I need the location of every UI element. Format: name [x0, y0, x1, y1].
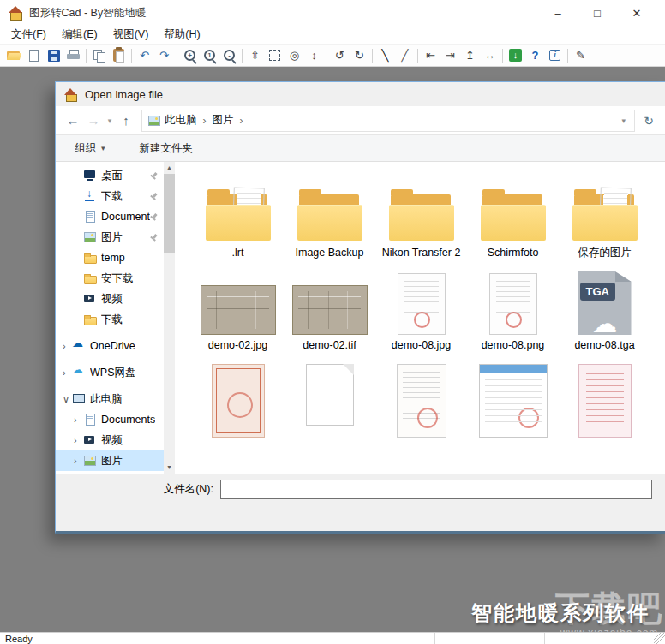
- forward-button[interactable]: →: [83, 113, 104, 128]
- new-folder-button[interactable]: 新建文件夹: [140, 141, 194, 156]
- refresh-button[interactable]: ↻: [638, 114, 659, 128]
- zoom-actual-button[interactable]: 1: [200, 46, 219, 64]
- file-item[interactable]: [559, 364, 650, 438]
- organize-button[interactable]: 组织 ▾: [75, 141, 105, 156]
- file-item[interactable]: demo-02.jpg: [192, 270, 284, 352]
- breadcrumb-item-2[interactable]: 图片: [209, 111, 237, 129]
- sidebar-item-1[interactable]: 桌面: [56, 165, 164, 186]
- crosshair-button[interactable]: ◎: [285, 46, 304, 64]
- menu-item-1[interactable]: 文件(F): [3, 26, 54, 44]
- close-button[interactable]: ✕: [617, 7, 656, 20]
- sidebar-item-6[interactable]: 安下载: [56, 268, 164, 289]
- menu-item-3[interactable]: 视图(V): [105, 26, 157, 44]
- sidebar-scrollbar[interactable]: ▲ ▼: [164, 162, 175, 474]
- zoom-out-button[interactable]: -: [219, 46, 239, 64]
- download-icon: [83, 189, 97, 203]
- sidebar-item-12[interactable]: ›Documents: [56, 409, 164, 430]
- annotate-button[interactable]: ✎: [571, 46, 590, 64]
- scroll-down-icon[interactable]: ▼: [166, 462, 172, 474]
- chevron-collapsed-icon[interactable]: ›: [63, 367, 72, 378]
- chevron-collapsed-icon[interactable]: ›: [74, 435, 83, 445]
- chevron-expanded-icon[interactable]: ∨: [63, 394, 72, 405]
- help-button[interactable]: ?: [525, 46, 545, 64]
- menu-item-4[interactable]: 帮助(H): [156, 26, 207, 44]
- vertical-arrows-button[interactable]: ↕: [304, 46, 324, 64]
- file-thumbnail: [397, 364, 446, 438]
- new-file-button[interactable]: [24, 46, 44, 64]
- update-button[interactable]: ↓: [506, 46, 525, 64]
- info-button[interactable]: i: [545, 46, 565, 64]
- save-button[interactable]: [44, 46, 63, 64]
- file-item[interactable]: [192, 364, 284, 438]
- breadcrumb-separator-icon[interactable]: ›: [201, 115, 209, 127]
- folder-item[interactable]: Nikon Transfer 2: [375, 174, 467, 259]
- grid-select-button[interactable]: [265, 46, 285, 64]
- up-button[interactable]: ↑: [116, 113, 136, 128]
- chevron-collapsed-icon[interactable]: ›: [63, 341, 72, 351]
- chevron-collapsed-icon[interactable]: ›: [74, 414, 83, 425]
- filename-input[interactable]: [220, 480, 652, 499]
- line-button[interactable]: ╲: [375, 46, 395, 64]
- address-dropdown-icon[interactable]: ▾: [618, 116, 629, 125]
- folder-item[interactable]: .lrt: [192, 174, 284, 259]
- pan-button[interactable]: ⇳: [245, 46, 265, 64]
- zoom-in-icon: +: [184, 50, 195, 61]
- sidebar-item-3[interactable]: Documents: [56, 206, 164, 227]
- file-item[interactable]: demo-02.tif: [284, 270, 375, 352]
- file-item[interactable]: [284, 364, 375, 438]
- breadcrumb-separator-icon[interactable]: ›: [237, 115, 246, 127]
- rotate-left-button[interactable]: ↺: [330, 46, 350, 64]
- file-item[interactable]: demo-08.jpg: [375, 270, 467, 352]
- sidebar-item-9[interactable]: ›OneDrive: [56, 336, 164, 356]
- sidebar-item-7[interactable]: 视频: [56, 289, 164, 309]
- sidebar-item-14[interactable]: ›图片: [56, 450, 164, 471]
- file-name: demo-02.tif: [303, 339, 356, 352]
- folder-item[interactable]: 保存的图片: [559, 174, 650, 259]
- pictures-icon: [147, 114, 161, 128]
- dim-width-button[interactable]: ↔: [480, 46, 500, 64]
- paste-button[interactable]: [109, 46, 129, 64]
- scrollbar-thumb[interactable]: [164, 174, 175, 253]
- sidebar-item-5[interactable]: temp: [56, 247, 164, 268]
- folder-icon: [83, 271, 97, 285]
- breadcrumb-item-1[interactable]: 此电脑: [161, 111, 201, 129]
- resize-grip-icon[interactable]: [654, 633, 665, 644]
- chevron-collapsed-icon[interactable]: ›: [74, 456, 83, 466]
- minimize-button[interactable]: –: [538, 7, 578, 20]
- toolbar-separator: [372, 49, 373, 63]
- copy-button[interactable]: [89, 46, 109, 64]
- rotate-right-button[interactable]: ↻: [350, 46, 369, 64]
- undo-button[interactable]: ↶: [135, 46, 154, 64]
- pin-icon: [148, 170, 159, 182]
- sidebar-item-4[interactable]: 图片: [56, 227, 164, 247]
- scrollbar-track[interactable]: [164, 174, 175, 462]
- sidebar-item-8[interactable]: 下载: [56, 309, 164, 330]
- folder-item[interactable]: Schirmfoto: [467, 174, 559, 259]
- file-item[interactable]: [467, 364, 559, 438]
- dialog-title-bar[interactable]: Open image file: [56, 82, 665, 106]
- sidebar-item-11[interactable]: ∨此电脑: [56, 389, 164, 409]
- print-button[interactable]: [63, 46, 83, 64]
- redo-button[interactable]: ↷: [154, 46, 174, 64]
- file-item[interactable]: [375, 364, 467, 438]
- maximize-button[interactable]: □: [578, 7, 617, 20]
- zoom-in-button[interactable]: +: [180, 46, 200, 64]
- folder-item[interactable]: Image Backup: [284, 174, 375, 259]
- open-file-button[interactable]: [4, 46, 24, 64]
- dim-right-button[interactable]: ⇥: [440, 46, 460, 64]
- wps-icon: [72, 366, 86, 379]
- scroll-up-icon[interactable]: ▲: [166, 162, 172, 174]
- sidebar-item-13[interactable]: ›视频: [56, 430, 164, 450]
- dim-up-button[interactable]: ↥: [460, 46, 480, 64]
- history-dropdown-icon[interactable]: ▾: [104, 116, 116, 125]
- sidebar-item-10[interactable]: ›WPS网盘: [56, 362, 164, 383]
- dim-left-button[interactable]: ⇤: [421, 46, 440, 64]
- file-item[interactable]: TGA☁demo-08.tga: [559, 270, 650, 352]
- back-button[interactable]: ←: [63, 113, 83, 128]
- folder-name: Nikon Transfer 2: [382, 247, 461, 259]
- sidebar-item-2[interactable]: 下载: [56, 186, 164, 206]
- polyline-button[interactable]: ╱: [395, 46, 415, 64]
- address-bar[interactable]: 此电脑›图片› ▾: [141, 110, 635, 132]
- menu-item-2[interactable]: 编辑(E): [54, 26, 105, 44]
- file-item[interactable]: demo-08.png: [467, 270, 559, 352]
